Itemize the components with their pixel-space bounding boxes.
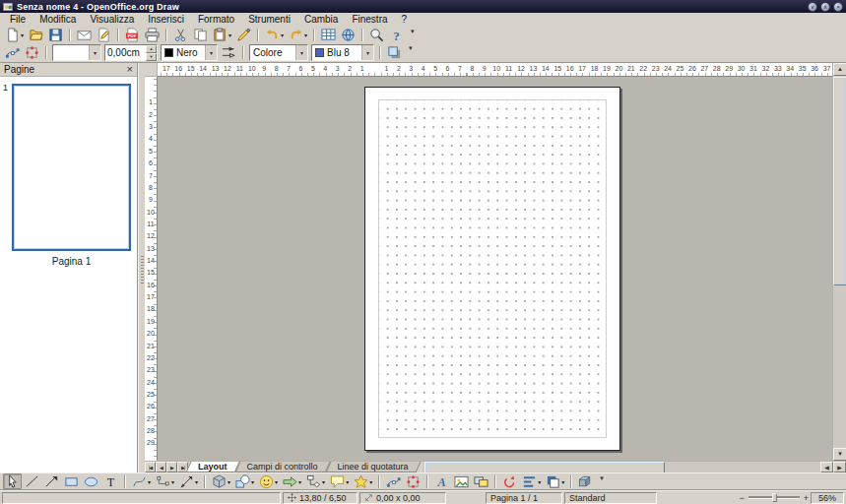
edit-points-button[interactable] bbox=[384, 473, 403, 489]
text-button[interactable]: T bbox=[101, 473, 120, 489]
layer-previous-button[interactable]: ◀ bbox=[156, 462, 166, 472]
scroll-up-button[interactable]: ▲ bbox=[833, 63, 846, 76]
symbol-shapes-button[interactable]: ▾ bbox=[257, 473, 280, 489]
spin-up-button[interactable]: ▲ bbox=[146, 45, 157, 53]
curve-button[interactable]: ▾ bbox=[130, 473, 153, 489]
close-button[interactable]: × bbox=[833, 2, 843, 12]
document-as-email-button[interactable] bbox=[75, 28, 94, 43]
ellipse-button[interactable] bbox=[82, 473, 100, 489]
line-button[interactable] bbox=[23, 473, 41, 489]
line-style-select[interactable]: ▾ bbox=[52, 44, 101, 61]
copy-button[interactable] bbox=[191, 28, 210, 43]
menu-item-help[interactable]: ? bbox=[395, 13, 415, 27]
new-document-button[interactable]: ▾ bbox=[3, 28, 26, 43]
menu-item-visualizza[interactable]: Visualizza bbox=[83, 13, 141, 27]
arrange-button[interactable]: ▾ bbox=[544, 473, 566, 489]
basic-shapes-button[interactable]: ▾ bbox=[233, 473, 256, 489]
dropdown-arrow-icon[interactable]: ▾ bbox=[251, 478, 254, 485]
dropdown-arrow-icon[interactable]: ▾ bbox=[281, 32, 284, 38]
glue-points-button[interactable] bbox=[23, 45, 41, 61]
rectangle-button[interactable] bbox=[62, 473, 81, 489]
dropdown-arrow-icon[interactable]: ▾ bbox=[148, 478, 151, 485]
save-button[interactable] bbox=[46, 28, 65, 43]
maximize-button[interactable]: ∧ bbox=[820, 2, 830, 12]
dropdown-arrow-icon[interactable]: ▾ bbox=[304, 32, 307, 38]
menu-item-formato[interactable]: Formato bbox=[191, 13, 241, 27]
dropdown-arrow-icon[interactable]: ▾ bbox=[195, 478, 198, 485]
export-pdf-button[interactable]: PDF bbox=[123, 28, 142, 43]
toolbar-overflow-button[interactable]: ▾ bbox=[405, 43, 417, 52]
panel-splitter[interactable] bbox=[138, 63, 145, 472]
close-icon[interactable]: × bbox=[127, 64, 133, 75]
edit-points-button[interactable] bbox=[3, 45, 22, 61]
zoom-button[interactable] bbox=[367, 28, 386, 43]
dropdown-arrow-icon[interactable]: ▾ bbox=[171, 478, 174, 485]
zoom-slider[interactable] bbox=[748, 496, 800, 499]
clone-formatting-button[interactable] bbox=[234, 28, 253, 43]
status-style-field[interactable]: Standard bbox=[564, 492, 657, 504]
redo-button[interactable]: ▾ bbox=[287, 28, 309, 43]
status-zoom-field[interactable]: 56% bbox=[811, 492, 844, 504]
area-style-dropdown-button[interactable]: ▾ bbox=[295, 45, 307, 60]
dropdown-arrow-icon[interactable]: ▾ bbox=[322, 478, 325, 485]
line-color-select[interactable]: Nero▾ bbox=[161, 44, 218, 61]
zoom-in-button[interactable]: + bbox=[804, 493, 809, 503]
lines-arrows-button[interactable]: ▾ bbox=[177, 473, 200, 489]
callouts-button[interactable]: ▾ bbox=[328, 473, 351, 489]
gallery-button[interactable] bbox=[472, 473, 490, 489]
connector-button[interactable]: ▾ bbox=[154, 473, 176, 489]
titlebar[interactable]: Senza nome 4 - OpenOffice.org Draw ∨∧× bbox=[0, 0, 846, 13]
pages-panel-header[interactable]: Pagine × bbox=[0, 63, 137, 77]
layer-first-button[interactable]: |◀ bbox=[145, 462, 156, 472]
help-button[interactable]: ? bbox=[387, 28, 406, 43]
from-file-button[interactable] bbox=[452, 473, 471, 489]
arrow-style-button[interactable] bbox=[220, 45, 238, 61]
line-style-dropdown-button[interactable]: ▾ bbox=[89, 45, 100, 60]
stars-button[interactable]: ▾ bbox=[352, 473, 374, 489]
scroll-right-button[interactable]: ▶ bbox=[833, 462, 846, 472]
hyperlink-button[interactable] bbox=[339, 28, 358, 43]
status-page-field[interactable]: Pagina 1 / 1 bbox=[486, 492, 562, 504]
spin-down-button[interactable]: ▼ bbox=[146, 53, 157, 61]
zoom-out-button[interactable]: − bbox=[739, 493, 744, 503]
line-color-dropdown-button[interactable]: ▾ bbox=[205, 45, 217, 60]
dropdown-arrow-icon[interactable]: ▾ bbox=[228, 32, 231, 38]
area-color-dropdown-button[interactable]: ▾ bbox=[361, 45, 373, 60]
toolbar-overflow-button[interactable]: ▾ bbox=[407, 27, 419, 35]
rotate-button[interactable] bbox=[500, 473, 519, 489]
dropdown-arrow-icon[interactable]: ▾ bbox=[346, 478, 349, 485]
dropdown-arrow-icon[interactable]: ▾ bbox=[538, 478, 541, 485]
scroll-down-button[interactable]: ▼ bbox=[833, 448, 846, 461]
flowcharts-button[interactable]: ▾ bbox=[304, 473, 327, 489]
horizontal-ruler[interactable]: 1716151413121110987654321123456789101112… bbox=[158, 63, 832, 77]
print-button[interactable] bbox=[143, 28, 162, 43]
align-button[interactable]: ▾ bbox=[520, 473, 543, 489]
line-width-spinner[interactable]: 0,00cm▲▼ bbox=[104, 44, 158, 61]
vertical-scrollbar-thumb[interactable] bbox=[833, 77, 846, 285]
horizontal-scrollbar[interactable] bbox=[423, 462, 820, 472]
paste-button[interactable]: ▾ bbox=[211, 28, 233, 43]
select-button[interactable] bbox=[3, 473, 22, 489]
area-style-select[interactable]: Colore▾ bbox=[249, 44, 308, 61]
menu-item-cambia[interactable]: Cambia bbox=[297, 13, 345, 27]
cut-button[interactable] bbox=[171, 28, 190, 43]
dropdown-arrow-icon[interactable]: ▾ bbox=[369, 478, 372, 485]
menu-item-finestra[interactable]: Finestra bbox=[345, 13, 394, 27]
table-button[interactable] bbox=[319, 28, 338, 43]
layer-tab-layout[interactable]: Layout bbox=[188, 462, 237, 472]
vertical-ruler[interactable]: 1234567891011121314151617181920212223242… bbox=[145, 77, 158, 461]
glue-points-button[interactable] bbox=[404, 473, 423, 489]
menu-item-strumenti[interactable]: Strumenti bbox=[241, 13, 297, 27]
layer-tab-linee-di-quotatura[interactable]: Linee di quotatura bbox=[328, 462, 419, 472]
block-arrows-button[interactable]: ▾ bbox=[281, 473, 303, 489]
layer-next-button[interactable]: ▶ bbox=[166, 462, 177, 472]
drawing-canvas[interactable] bbox=[158, 77, 832, 461]
minimize-button[interactable]: ∨ bbox=[808, 2, 817, 12]
layer-tab-campi-di-controllo[interactable]: Campi di controllo bbox=[237, 462, 328, 472]
splitter-grip-icon[interactable] bbox=[141, 256, 144, 284]
scroll-left-button[interactable]: ◀ bbox=[820, 462, 833, 472]
undo-button[interactable]: ▾ bbox=[263, 28, 286, 43]
menu-item-modifica[interactable]: Modifica bbox=[33, 13, 83, 27]
edit-file-button[interactable] bbox=[95, 28, 113, 43]
extrusion-button[interactable] bbox=[576, 473, 595, 489]
